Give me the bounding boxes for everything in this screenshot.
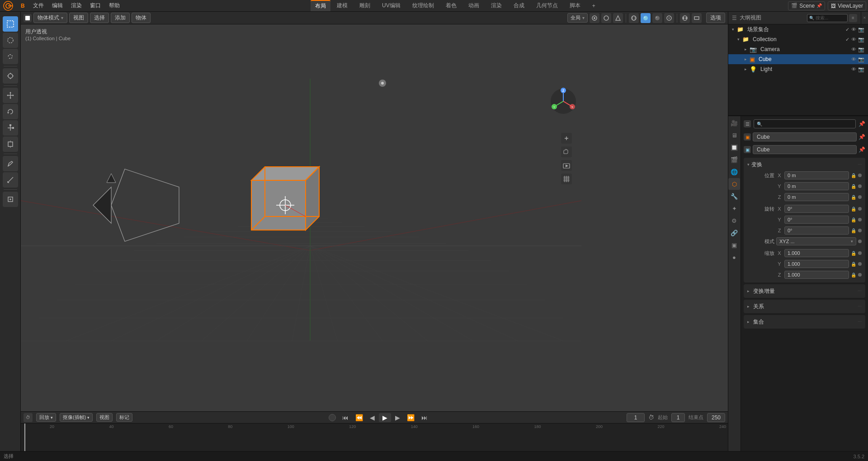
pivot-point[interactable] xyxy=(613,13,623,23)
outliner-close-btn[interactable]: ✕ xyxy=(861,12,868,24)
prop-tab-particles[interactable]: ✦ xyxy=(728,202,740,214)
solid-mode[interactable] xyxy=(641,13,651,23)
viewport-view-menu[interactable]: 视图 xyxy=(69,13,88,23)
tool-add-object[interactable] xyxy=(3,192,18,207)
tool-rotate[interactable] xyxy=(3,104,18,119)
tool-transform[interactable] xyxy=(3,136,18,152)
viewport-icon-btn[interactable] xyxy=(24,14,32,22)
menu-render[interactable]: 渲染 xyxy=(67,1,85,10)
view-layer-selector[interactable]: 🖼 ViewLayer xyxy=(828,1,866,10)
current-frame-input[interactable]: 1 xyxy=(627,413,645,422)
tool-measure[interactable] xyxy=(3,172,18,188)
ws-tab-rendering[interactable]: 渲染 xyxy=(486,0,507,11)
prop-search-box[interactable]: 🔍 xyxy=(754,119,856,128)
prop-tab-output[interactable]: 🖥 xyxy=(728,129,740,141)
prev-frame-btn[interactable]: ◀ xyxy=(367,413,377,422)
tool-select-circle[interactable] xyxy=(3,33,18,48)
prop-unlink-btn[interactable]: 📌 xyxy=(859,134,865,140)
prop-tab-object-data[interactable]: ▣ xyxy=(728,239,740,251)
ws-tab-geometry[interactable]: 几何节点 xyxy=(531,0,563,11)
ws-tab-compositing[interactable]: 合成 xyxy=(508,0,530,11)
prop-mesh-pin-btn[interactable]: 📌 xyxy=(859,146,865,153)
timeline-view-btn[interactable]: 视图 xyxy=(96,413,113,422)
prop-rot-z[interactable]: 0° xyxy=(784,226,849,235)
prop-tab-world[interactable]: 🌐 xyxy=(728,166,740,178)
outliner-search[interactable]: 🔍 搜索... xyxy=(807,14,848,22)
prop-loc-y[interactable]: 0 m xyxy=(784,182,849,190)
prop-relations-header[interactable]: ▸ 关系 ⋯ xyxy=(747,301,862,311)
menu-blender[interactable]: B xyxy=(17,2,28,10)
keying-btn[interactable]: 抠像(插帧) ▾ xyxy=(60,413,93,422)
zoom-in-btn[interactable] xyxy=(561,133,572,144)
menu-help[interactable]: 帮助 xyxy=(105,1,123,10)
outliner-item-cube[interactable]: ▸ ▣ Cube 👁 📷 xyxy=(728,54,868,64)
end-frame-input[interactable]: 250 xyxy=(707,413,725,422)
outliner-filter-btn[interactable]: ≡ xyxy=(849,14,857,22)
outliner-item-camera[interactable]: ▸ 📷 Camera 👁 📷 xyxy=(728,44,868,54)
prop-rot-x[interactable]: 0° xyxy=(784,205,849,213)
outliner-item-scene-collection[interactable]: ▾ 📁 场景集合 ✓ 👁 📷 xyxy=(728,24,868,34)
next-frame-btn[interactable]: ▶ xyxy=(392,413,403,422)
prop-rot-y[interactable]: 0° xyxy=(784,216,849,224)
tool-select-box[interactable] xyxy=(3,16,18,32)
ws-tab-uv[interactable]: UV编辑 xyxy=(377,0,406,11)
viewport-options-btn[interactable]: 选项 xyxy=(706,13,725,23)
prop-tab-scene[interactable]: 🎬 xyxy=(728,154,740,165)
timeline-header-icon[interactable]: ⏱ xyxy=(24,413,33,422)
tool-select-lasso[interactable] xyxy=(3,49,18,64)
prop-tab-view-layer[interactable]: 🔲 xyxy=(728,141,740,153)
timeline-body[interactable]: 20 40 60 80 100 120 140 160 180 200 220 … xyxy=(21,423,728,451)
3d-viewport[interactable]: 用户透视 (1) Collection | Cube xyxy=(21,24,728,411)
outliner-item-collection[interactable]: ▾ 📁 Collection ✓ 👁 📷 xyxy=(728,34,868,44)
prop-mesh-name[interactable]: Cube xyxy=(753,145,857,154)
tool-annotate[interactable] xyxy=(3,156,18,171)
ws-tab-animation[interactable]: 动画 xyxy=(463,0,485,11)
prop-tab-modifier[interactable]: 🔧 xyxy=(728,190,740,202)
prop-loc-z[interactable]: 0 m xyxy=(784,193,849,201)
prop-object-name[interactable]: Cube xyxy=(753,132,857,141)
skip-to-end-btn[interactable]: ⏭ xyxy=(419,413,430,422)
ws-tab-scripting[interactable]: 脚本 xyxy=(564,0,586,11)
prop-tab-render[interactable]: 🎥 xyxy=(728,117,740,129)
ws-tab-modeling[interactable]: 建模 xyxy=(331,0,353,11)
material-preview[interactable] xyxy=(652,13,662,23)
prop-rot-mode-select[interactable]: XYZ ... ▾ xyxy=(776,237,856,245)
prop-scale-y-val[interactable]: 1.000 xyxy=(784,260,849,268)
xray-toggle[interactable] xyxy=(692,13,702,23)
menu-window[interactable]: 窗口 xyxy=(86,1,104,10)
ws-tab-sculpt[interactable]: 雕刻 xyxy=(354,0,376,11)
play-btn[interactable]: ▶ xyxy=(379,413,391,422)
wireframe-mode[interactable] xyxy=(629,13,639,23)
tool-cursor[interactable] xyxy=(3,68,18,84)
prop-delta-transform-header[interactable]: ▸ 变换增量 ⋯ xyxy=(747,286,862,296)
ws-tab-shading[interactable]: 着色 xyxy=(440,0,462,11)
overlays-toggle[interactable] xyxy=(680,13,690,23)
menu-edit[interactable]: 编辑 xyxy=(48,1,66,10)
zoom-out-btn[interactable] xyxy=(561,146,572,157)
object-mode-dropdown[interactable]: 物体模式 ▾ xyxy=(33,13,67,23)
snap-toggle[interactable] xyxy=(590,13,599,23)
prop-collections-header[interactable]: ▸ 集合 ⋯ xyxy=(747,317,862,327)
menu-file[interactable]: 文件 xyxy=(29,1,47,10)
prop-scale-z-val[interactable]: 1.000 xyxy=(784,271,849,279)
prop-tab-material[interactable]: ● xyxy=(728,251,740,263)
prop-scale-x[interactable]: 1.000 xyxy=(784,249,849,257)
playback-btn[interactable]: 回放 ▾ xyxy=(36,413,56,422)
tool-scale[interactable] xyxy=(3,120,18,136)
prop-loc-x[interactable]: 0 m xyxy=(784,171,849,179)
prop-transform-header[interactable]: ▾ 变换 ⋯ xyxy=(747,160,862,169)
ws-tab-plus[interactable]: + xyxy=(587,1,601,10)
global-local-toggle[interactable]: 全局 ▾ xyxy=(567,13,588,23)
outliner-item-light[interactable]: ▸ 💡 Light 👁 📷 xyxy=(728,64,868,74)
scene-selector[interactable]: 🎬 Scene 📌 xyxy=(788,1,825,10)
prop-tab-constraints[interactable]: 🔗 xyxy=(728,227,740,239)
markers-btn[interactable]: 标记 xyxy=(116,413,132,422)
record-btn[interactable] xyxy=(329,414,336,421)
prop-mode-icon[interactable]: ☰ xyxy=(744,120,751,127)
prev-keyframe-btn[interactable]: ⏪ xyxy=(353,413,366,422)
start-frame-input[interactable]: 1 xyxy=(671,413,685,422)
ws-tab-layout[interactable]: 布局 xyxy=(311,0,330,11)
proportional-edit[interactable] xyxy=(601,13,611,23)
prop-pin-btn[interactable]: 📌 xyxy=(859,121,865,127)
tool-move[interactable] xyxy=(3,88,18,103)
